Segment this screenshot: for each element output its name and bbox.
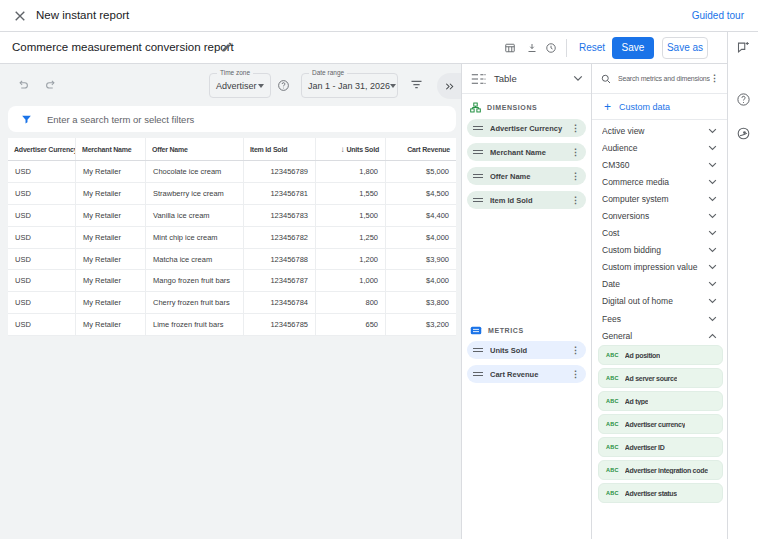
- field-chip[interactable]: ABC Advertiser currency: [598, 414, 723, 434]
- save-button[interactable]: Save: [612, 37, 654, 59]
- table-row[interactable]: USD My Retailer Mint chip ice cream 1234…: [8, 227, 456, 249]
- drag-handle-icon[interactable]: [473, 124, 483, 131]
- metric-chip-label: Cart Revenue: [490, 370, 571, 379]
- date-range-select[interactable]: Date range Jan 1 - Jan 31, 2026: [301, 73, 398, 98]
- drag-handle-icon[interactable]: [473, 346, 483, 353]
- table-row[interactable]: USD My Retailer Lime frozen fruit bars 1…: [8, 314, 456, 336]
- column-header[interactable]: Item Id Sold: [243, 138, 315, 160]
- time-zone-help-icon[interactable]: [277, 79, 290, 92]
- drag-handle-icon[interactable]: [473, 148, 483, 155]
- table-row[interactable]: USD My Retailer Vanilla ice cream 123456…: [8, 205, 456, 227]
- cell-cart-revenue: $3,800: [385, 292, 456, 313]
- drag-handle-icon[interactable]: [473, 196, 483, 203]
- column-header[interactable]: Merchant Name: [75, 138, 145, 160]
- more-vert-icon[interactable]: ⋮: [571, 196, 580, 205]
- table-view-icon[interactable]: [504, 42, 516, 54]
- more-vert-icon[interactable]: ⋮: [710, 74, 719, 83]
- text-type-icon: ABC: [606, 352, 619, 358]
- table-row[interactable]: USD My Retailer Matcha ice cream 1234567…: [8, 249, 456, 271]
- filter-list-icon[interactable]: [409, 77, 424, 92]
- category-row[interactable]: Date: [592, 276, 727, 293]
- undo-icon[interactable]: [16, 77, 30, 91]
- field-chip-label: Advertiser status: [625, 490, 677, 497]
- cell-cart-revenue: $4,500: [385, 183, 456, 204]
- field-chip[interactable]: ABC Advertiser ID: [598, 437, 723, 457]
- more-vert-icon[interactable]: ⋮: [571, 148, 580, 157]
- chevron-down-icon: [708, 162, 717, 168]
- category-row[interactable]: Computer system: [592, 190, 727, 207]
- category-row[interactable]: Conversions: [592, 207, 727, 224]
- help-icon[interactable]: [736, 92, 751, 107]
- ai-insights-icon[interactable]: [736, 126, 751, 141]
- chevron-down-icon: [708, 230, 717, 236]
- save-as-button[interactable]: Save as: [662, 37, 708, 59]
- field-chip[interactable]: ABC Ad position: [598, 345, 723, 365]
- field-chip[interactable]: ABC Ad server source: [598, 368, 723, 388]
- custom-data-button[interactable]: + Custom data: [592, 94, 727, 120]
- close-icon[interactable]: [14, 10, 26, 22]
- category-row[interactable]: Custom impression value: [592, 259, 727, 276]
- filter-search-input[interactable]: [47, 114, 444, 125]
- collapse-panel-button[interactable]: [437, 73, 461, 99]
- text-type-icon: ABC: [606, 421, 619, 427]
- dimension-chip-label: Offer Name: [490, 172, 571, 181]
- reset-button[interactable]: Reset: [574, 38, 610, 58]
- more-vert-icon[interactable]: ⋮: [571, 346, 580, 355]
- field-chip[interactable]: ABC Advertiser integration code: [598, 460, 723, 480]
- dimension-chip-label: Advertiser Currency: [490, 124, 571, 133]
- dimension-chip[interactable]: Offer Name ⋮: [467, 167, 586, 185]
- edit-title-icon[interactable]: [221, 41, 233, 53]
- column-header[interactable]: Advertiser Currency: [8, 138, 75, 160]
- dimensions-title: DIMENSIONS: [487, 104, 537, 111]
- category-row[interactable]: CM360: [592, 156, 727, 173]
- guided-tour-link[interactable]: Guided tour: [692, 0, 744, 31]
- category-label: Custom impression value: [602, 262, 708, 272]
- category-row[interactable]: Custom bidding: [592, 242, 727, 259]
- metric-chip-label: Units Sold: [490, 346, 571, 355]
- drag-handle-icon[interactable]: [473, 370, 483, 377]
- picker-search-input[interactable]: [618, 75, 710, 82]
- more-vert-icon[interactable]: ⋮: [571, 370, 580, 379]
- column-header[interactable]: Cart Revenue: [385, 138, 456, 160]
- category-label: Commerce media: [602, 177, 708, 187]
- dimension-chip[interactable]: Item Id Sold ⋮: [467, 191, 586, 209]
- drag-handle-icon[interactable]: [473, 172, 483, 179]
- feedback-icon[interactable]: [736, 40, 751, 55]
- category-row[interactable]: Commerce media: [592, 173, 727, 190]
- cell-item-id-sold: 123456782: [243, 227, 315, 248]
- schedule-icon[interactable]: [545, 42, 557, 54]
- table-row[interactable]: USD My Retailer Strawberry ice cream 123…: [8, 183, 456, 205]
- category-row[interactable]: Active view: [592, 122, 727, 139]
- dimension-chip[interactable]: Merchant Name ⋮: [467, 143, 586, 161]
- category-label: Computer system: [602, 194, 708, 204]
- field-chip[interactable]: ABC Advertiser status: [598, 483, 723, 503]
- table-row[interactable]: USD My Retailer Cherry frozen fruit bars…: [8, 292, 456, 314]
- column-header[interactable]: Offer Name: [145, 138, 243, 160]
- field-chip[interactable]: ABC Ad type: [598, 391, 723, 411]
- cell-item-id-sold: 123456781: [243, 183, 315, 204]
- more-vert-icon[interactable]: ⋮: [571, 172, 580, 181]
- dimension-chip[interactable]: Advertiser Currency ⋮: [467, 119, 586, 137]
- metric-chip[interactable]: Cart Revenue ⋮: [467, 365, 586, 383]
- metric-chip[interactable]: Units Sold ⋮: [467, 341, 586, 359]
- table-row[interactable]: USD My Retailer Chocolate ice cream 1234…: [8, 161, 456, 183]
- redo-icon[interactable]: [44, 77, 58, 91]
- cell-units-sold: 1,250: [315, 227, 385, 248]
- column-header-label: Merchant Name: [82, 146, 132, 153]
- category-row[interactable]: Digital out of home: [592, 293, 727, 310]
- category-row[interactable]: Cost: [592, 225, 727, 242]
- cell-merchant-name: My Retailer: [75, 183, 145, 204]
- more-vert-icon[interactable]: ⋮: [571, 124, 580, 133]
- text-type-icon: ABC: [606, 490, 619, 496]
- category-row[interactable]: General: [592, 327, 727, 344]
- visualization-selector[interactable]: Table: [462, 64, 591, 94]
- time-zone-select[interactable]: Time zone Advertiser: [209, 73, 271, 98]
- table-row[interactable]: USD My Retailer Mango frozen fruit bars …: [8, 270, 456, 292]
- cell-advertiser-currency: USD: [8, 314, 75, 335]
- search-icon: [600, 73, 612, 85]
- category-row[interactable]: Audience: [592, 139, 727, 156]
- category-row[interactable]: Fees: [592, 310, 727, 327]
- metrics-list: Units Sold ⋮ Cart Revenue ⋮: [462, 339, 591, 383]
- download-icon[interactable]: [526, 42, 538, 54]
- column-header[interactable]: ↓ Units Sold: [315, 138, 385, 160]
